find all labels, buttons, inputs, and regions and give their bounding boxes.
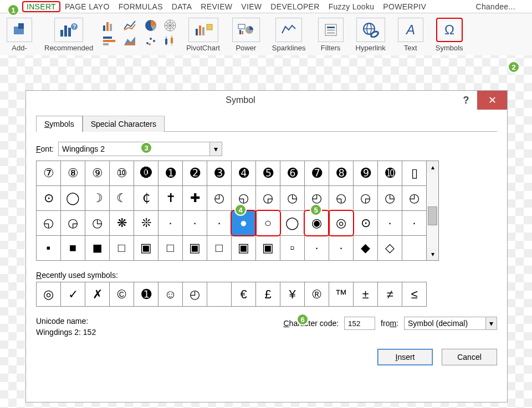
tab-special-characters[interactable]: Special Characters	[83, 116, 165, 132]
symbol-cell[interactable]: ▯	[402, 161, 427, 186]
symbol-cell[interactable]: ·	[378, 211, 402, 236]
stock-chart-icon[interactable]	[163, 34, 177, 48]
recent-symbol-cell[interactable]: ≤	[402, 282, 427, 307]
symbol-cell[interactable]: ✝	[158, 186, 183, 211]
symbol-cell[interactable]: ·	[305, 236, 329, 261]
symbol-cell[interactable]: ·	[158, 211, 183, 236]
symbol-cell[interactable]: ◶	[256, 186, 280, 211]
symbol-cell[interactable]: ☾	[110, 186, 134, 211]
bar-chart-icon[interactable]	[102, 19, 117, 32]
charcode-input[interactable]	[344, 317, 375, 330]
group-powerview[interactable]: Power	[229, 17, 263, 53]
symbol-cell[interactable]: ◷	[280, 186, 305, 211]
symbol-cell[interactable]: ·	[329, 236, 354, 261]
scroll-thumb[interactable]	[428, 206, 437, 225]
symbol-cell[interactable]	[402, 236, 427, 261]
recent-symbol-cell[interactable]: ≠	[378, 282, 402, 307]
tab-data[interactable]: DATA	[167, 1, 196, 12]
recent-symbol-cell[interactable]: ✗	[85, 282, 110, 307]
recent-symbol-cell[interactable]: ®	[305, 282, 329, 307]
tab-pagelayout[interactable]: PAGE LAYO	[60, 1, 114, 12]
symbol-cell[interactable]: ◷	[378, 186, 402, 211]
symbol-cell[interactable]: ◯	[61, 186, 85, 211]
symbol-cell[interactable]: ·	[183, 211, 207, 236]
area-chart-icon[interactable]	[123, 34, 139, 48]
symbol-grid[interactable]: ⑦⑧⑨⑩⓿➊➋➌➍➎➏➐➑➒➓▯⊙◯☽☾₵✝✚◴◵◶◷◴◵◶◷◴◵◶◷❋❊···…	[36, 161, 427, 261]
symbol-cell[interactable]: □	[110, 236, 134, 261]
symbol-cell[interactable]: ☽	[85, 186, 110, 211]
group-symbols[interactable]: Ω Symbols	[432, 17, 467, 53]
symbol-cell[interactable]: ➍	[232, 161, 256, 186]
cancel-button[interactable]: Cancel	[442, 349, 497, 365]
recent-symbol-cell[interactable]: ±	[354, 282, 378, 307]
recent-symbol-cell[interactable]: ◎	[37, 282, 61, 307]
tab-developer[interactable]: DEVELOPER	[266, 1, 324, 12]
symbol-cell[interactable]: ➓	[378, 161, 402, 186]
symbol-cell[interactable]: ▣	[134, 236, 158, 261]
symbol-cell[interactable]: ⑦	[37, 161, 61, 186]
symbol-cell[interactable]: ➏	[280, 161, 305, 186]
symbol-cell[interactable]: ·	[207, 211, 232, 236]
recent-symbol-cell[interactable]: ☺	[158, 282, 183, 307]
symbol-cell[interactable]: ·	[402, 211, 427, 236]
scroll-down-icon[interactable]: ▾	[427, 248, 438, 260]
symbol-cell[interactable]: ◶	[61, 211, 85, 236]
pie-chart-icon[interactable]	[144, 19, 157, 32]
symbol-cell[interactable]: ◵	[329, 186, 354, 211]
symbol-cell[interactable]: ❋	[110, 211, 134, 236]
group-sparklines[interactable]: Sparklines	[269, 17, 309, 53]
chevron-down-icon[interactable]: ▾	[209, 142, 222, 156]
insert-button[interactable]: Insert	[377, 349, 433, 365]
symbol-cell[interactable]: ◴	[207, 186, 232, 211]
symbol-cell[interactable]: ◶	[354, 186, 378, 211]
symbol-cell[interactable]: ₵	[134, 186, 158, 211]
recent-symbol-cell[interactable]: ◴	[183, 282, 207, 307]
close-button[interactable]: ✕	[477, 91, 507, 110]
tab-fuzzy[interactable]: Fuzzy Looku	[324, 1, 379, 12]
symbol-cell[interactable]: ▣	[183, 236, 207, 261]
tab-insert[interactable]: INSERT	[22, 1, 60, 12]
symbol-cell[interactable]: ➊	[158, 161, 183, 186]
symbol-cell[interactable]: ⊙	[354, 211, 378, 236]
symbol-cell[interactable]: ➎	[256, 161, 280, 186]
scatter-chart-icon[interactable]	[144, 34, 157, 48]
group-filters[interactable]: Filters	[315, 17, 347, 53]
group-pivotchart[interactable]: PivotChart	[183, 17, 223, 53]
help-button[interactable]: ?	[455, 95, 477, 106]
hbar-chart-icon[interactable]	[102, 34, 117, 48]
symbol-cell[interactable]: ➋	[183, 161, 207, 186]
recent-symbol-cell[interactable]: ✓	[61, 282, 85, 307]
symbol-cell[interactable]: ❊	[134, 211, 158, 236]
from-select[interactable]: Symbol (decimal) ▾	[404, 317, 497, 330]
group-addins[interactable]: Add-	[3, 17, 35, 53]
symbol-cell[interactable]: ✚	[183, 186, 207, 211]
recent-symbol-cell[interactable]: ™	[329, 282, 354, 307]
symbol-cell[interactable]: ➑	[329, 161, 354, 186]
symbol-cell[interactable]: ○	[256, 211, 280, 236]
radar-chart-icon[interactable]	[163, 19, 177, 32]
symbol-grid-scrollbar[interactable]: ▴ ▾	[427, 161, 439, 261]
tab-review[interactable]: REVIEW	[196, 1, 237, 12]
recent-symbol-cell[interactable]: ➊	[134, 282, 158, 307]
symbol-cell[interactable]: ▣	[232, 236, 256, 261]
symbol-cell[interactable]: ⊙	[37, 186, 61, 211]
symbol-cell[interactable]: ◎	[329, 211, 354, 236]
recent-symbol-cell[interactable]: ©	[110, 282, 134, 307]
group-hyperlink[interactable]: Hyperlink	[352, 17, 389, 53]
symbol-cell[interactable]: ▣	[256, 236, 280, 261]
tab-symbols[interactable]: Symbols	[36, 116, 83, 132]
symbol-cell[interactable]: ◷	[85, 211, 110, 236]
symbol-cell[interactable]: ⑩	[110, 161, 134, 186]
symbol-cell[interactable]: ◴	[402, 186, 427, 211]
symbol-cell[interactable]: □	[207, 236, 232, 261]
symbol-cell[interactable]: ◯	[280, 211, 305, 236]
group-recommended[interactable]: ? Recommended	[41, 17, 96, 53]
symbol-cell[interactable]: ⓿	[134, 161, 158, 186]
tab-formulas[interactable]: FORMULAS	[114, 1, 167, 12]
recent-symbols-grid[interactable]: ◎✓✗©➊☺◴€£¥®™±≠≤	[36, 282, 427, 307]
symbol-cell[interactable]: ◇	[378, 236, 402, 261]
symbol-cell[interactable]: ■	[85, 236, 110, 261]
symbol-cell[interactable]: ◵	[37, 211, 61, 236]
symbol-cell[interactable]: ◆	[354, 236, 378, 261]
line-chart-icon[interactable]	[123, 19, 139, 32]
